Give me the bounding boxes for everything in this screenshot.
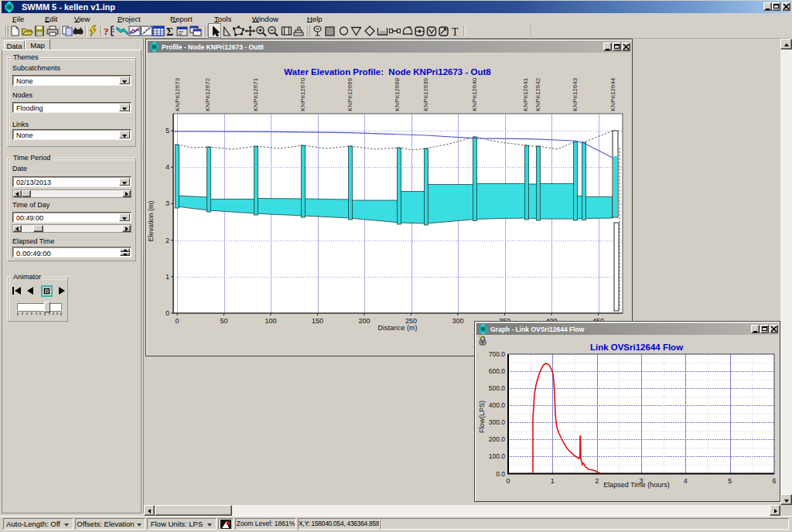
svg-text:100.0: 100.0 — [489, 452, 506, 460]
svg-text:5: 5 — [166, 127, 169, 135]
svg-text:KNPri12668: KNPri12668 — [394, 77, 401, 111]
svg-text:0.0: 0.0 — [496, 470, 505, 478]
svg-text:T: T — [452, 26, 459, 38]
svg-text:200: 200 — [358, 317, 370, 325]
svg-text:Σ: Σ — [166, 26, 173, 38]
svg-text:3: 3 — [166, 200, 169, 207]
svg-text:500.0: 500.0 — [489, 384, 506, 392]
svg-text:Distance (m): Distance (m) — [377, 324, 417, 332]
svg-text:KNPri12672: KNPri12672 — [204, 77, 211, 111]
svg-text:KNPri12644: KNPri12644 — [609, 77, 616, 111]
svg-text:KNPri12639: KNPri12639 — [422, 77, 429, 111]
svg-text:6: 6 — [772, 477, 776, 485]
svg-text:Elevation (m): Elevation (m) — [148, 200, 155, 241]
svg-text:KNPri12642: KNPri12642 — [534, 77, 541, 111]
svg-text:100: 100 — [265, 317, 276, 325]
svg-text:150: 150 — [312, 317, 323, 325]
svg-text:2: 2 — [166, 237, 169, 244]
svg-text:Link OVSri12644 Flow: Link OVSri12644 Flow — [590, 343, 683, 352]
svg-text:KNPri12643: KNPri12643 — [572, 77, 579, 111]
svg-text:1: 1 — [551, 477, 555, 485]
svg-text:50: 50 — [220, 317, 227, 325]
svg-text:?: ? — [104, 26, 109, 37]
svg-text:KNPri12640: KNPri12640 — [471, 77, 478, 111]
svg-text:Water Elevation Profile: Node: Water Elevation Profile: Node KNPri12673… — [284, 67, 491, 77]
svg-text:1: 1 — [166, 273, 169, 281]
svg-text:0: 0 — [166, 309, 169, 317]
svg-text:200.0: 200.0 — [489, 435, 506, 443]
svg-text:400.0: 400.0 — [489, 401, 506, 409]
svg-text:700.0: 700.0 — [489, 350, 506, 358]
svg-text:5: 5 — [728, 477, 732, 485]
svg-text:0: 0 — [506, 477, 510, 485]
svg-text:KNPri12670: KNPri12670 — [299, 77, 306, 111]
svg-text:4: 4 — [166, 163, 169, 171]
svg-text:4: 4 — [684, 477, 688, 485]
svg-text:0: 0 — [175, 317, 179, 325]
svg-text:Flow(LPS): Flow(LPS) — [478, 401, 486, 433]
svg-text:KNPri12669: KNPri12669 — [346, 77, 353, 111]
svg-text:KNPri12673: KNPri12673 — [174, 77, 181, 111]
svg-text:300: 300 — [452, 317, 463, 325]
svg-text:2: 2 — [595, 477, 599, 485]
svg-text:Elapsed Time (hours): Elapsed Time (hours) — [603, 481, 670, 489]
svg-text:KNPri12671: KNPri12671 — [252, 77, 259, 111]
svg-text:600.0: 600.0 — [489, 367, 506, 375]
svg-text:KNPri12641: KNPri12641 — [522, 77, 529, 111]
svg-text:300.0: 300.0 — [489, 418, 506, 426]
